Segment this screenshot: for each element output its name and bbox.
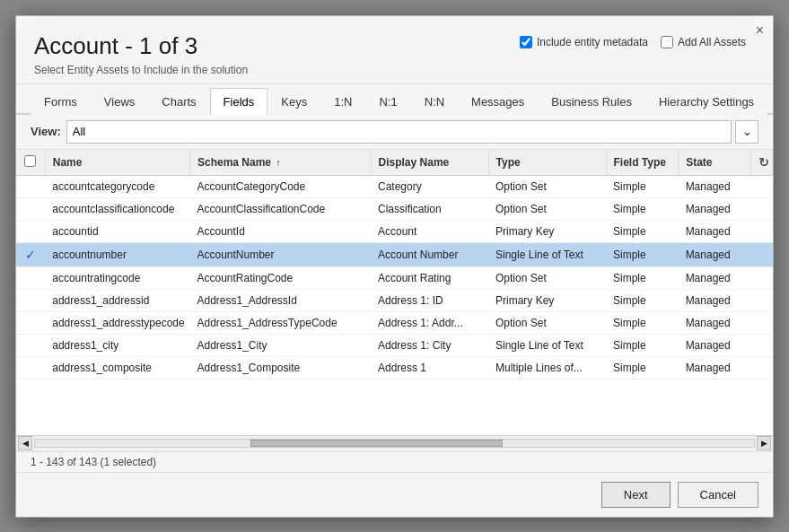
main-dialog: × Account - 1 of 3 Select Entity Assets … — [15, 15, 774, 518]
row-name: address1_addressid — [45, 289, 189, 311]
row-name: address1_city — [45, 334, 189, 356]
data-table-container: Name Schema Name ↑ Display Name Type Fie… — [16, 150, 773, 435]
col-check[interactable] — [16, 150, 45, 176]
status-bar: 1 - 143 of 143 (1 selected) — [16, 451, 773, 472]
row-checkbox-cell[interactable] — [16, 266, 45, 289]
row-type: Option Set — [488, 197, 606, 220]
add-all-assets-option[interactable]: Add All Assets — [661, 36, 746, 48]
row-display: Account — [371, 220, 488, 242]
row-action-cell — [750, 356, 772, 379]
tab-views[interactable]: Views — [91, 88, 148, 115]
view-dropdown-button[interactable]: ⌄ — [735, 120, 758, 144]
row-display: Classification — [371, 197, 488, 220]
include-metadata-option[interactable]: Include entity metadata — [520, 36, 648, 48]
sort-asc-icon: ↑ — [276, 157, 281, 168]
col-name: Name — [45, 150, 189, 176]
tab-bar: FormsViewsChartsFieldsKeys1:NN:1N:NMessa… — [16, 88, 773, 115]
next-button[interactable]: Next — [601, 482, 671, 508]
row-type: Single Line of Text — [488, 242, 606, 266]
scroll-thumb[interactable] — [250, 440, 502, 447]
row-checkbox-cell[interactable] — [16, 220, 45, 242]
include-metadata-checkbox[interactable] — [520, 36, 532, 48]
view-label: View: — [31, 125, 61, 138]
tab-hierarchy-settings[interactable]: Hierarchy Settings — [645, 88, 767, 115]
table-row[interactable]: accountratingcodeAccountRatingCodeAccoun… — [16, 266, 773, 289]
row-field-type: Simple — [606, 356, 679, 379]
row-checkbox-cell[interactable] — [16, 334, 45, 356]
row-state: Managed — [679, 266, 751, 289]
row-type: Option Set — [488, 311, 606, 334]
scroll-right-button[interactable]: ▶ — [757, 436, 771, 450]
row-action-cell — [750, 311, 772, 334]
row-name: accountnumber — [45, 242, 189, 266]
tab-business-rules[interactable]: Business Rules — [538, 88, 645, 115]
table-row[interactable]: address1_addresstypecodeAddress1_Address… — [16, 311, 773, 334]
table-row[interactable]: accountidAccountIdAccountPrimary KeySimp… — [16, 220, 773, 242]
scroll-track[interactable] — [34, 439, 755, 448]
scroll-left-button[interactable]: ◀ — [18, 436, 32, 450]
row-name: accountclassificationcode — [45, 197, 189, 220]
row-schema: AccountId — [189, 220, 371, 242]
tab-forms[interactable]: Forms — [31, 88, 91, 115]
row-type: Multiple Lines of... — [488, 356, 606, 379]
col-state: State — [679, 150, 751, 176]
add-all-assets-label: Add All Assets — [678, 36, 746, 48]
col-refresh[interactable]: ↻ — [750, 150, 772, 176]
row-checkbox-cell[interactable] — [16, 289, 45, 311]
row-name: accountratingcode — [45, 266, 189, 289]
row-schema: Address1_AddressTypeCode — [189, 311, 371, 334]
chevron-down-icon: ⌄ — [742, 125, 752, 138]
tab-1n[interactable]: 1:N — [320, 88, 365, 115]
table-row[interactable]: address1_cityAddress1_CityAddress 1: Cit… — [16, 334, 773, 356]
col-field-type: Field Type — [606, 150, 679, 176]
row-state: Managed — [679, 175, 751, 197]
tab-fields[interactable]: Fields — [210, 88, 268, 115]
row-field-type: Simple — [606, 311, 679, 334]
row-display: Address 1: City — [371, 334, 488, 356]
table-header-row: Name Schema Name ↑ Display Name Type Fie… — [16, 150, 773, 176]
row-field-type: Simple — [606, 220, 679, 242]
row-type: Option Set — [488, 266, 606, 289]
table-row[interactable]: accountclassificationcodeAccountClassifi… — [16, 197, 773, 220]
tab-messages[interactable]: Messages — [458, 88, 538, 115]
cancel-button[interactable]: Cancel — [678, 482, 758, 508]
col-schema[interactable]: Schema Name ↑ — [189, 150, 371, 176]
row-state: Managed — [679, 289, 751, 311]
row-field-type: Simple — [606, 266, 679, 289]
tab-charts[interactable]: Charts — [148, 88, 209, 115]
row-checkbox-cell[interactable] — [16, 175, 45, 197]
row-state: Managed — [679, 242, 751, 266]
row-checkbox-cell[interactable] — [16, 197, 45, 220]
row-action-cell — [750, 220, 772, 242]
table-row[interactable]: ✓accountnumberAccountNumberAccount Numbe… — [16, 242, 773, 266]
row-checkbox-cell[interactable]: ✓ — [16, 242, 45, 266]
tab-n1[interactable]: N:1 — [365, 88, 410, 115]
row-type: Option Set — [488, 175, 606, 197]
table-row[interactable]: address1_addressidAddress1_AddressIdAddr… — [16, 289, 773, 311]
row-schema: Address1_AddressId — [189, 289, 371, 311]
row-display: Account Rating — [371, 266, 488, 289]
refresh-icon[interactable]: ↻ — [758, 155, 769, 170]
horizontal-scrollbar[interactable]: ◀ ▶ — [16, 435, 773, 451]
row-schema: Address1_City — [189, 334, 371, 356]
row-display: Account Number — [371, 242, 488, 266]
tab-nn[interactable]: N:N — [411, 88, 458, 115]
tab-keys[interactable]: Keys — [267, 88, 320, 115]
select-all-checkbox[interactable] — [24, 155, 36, 167]
col-type: Type — [488, 150, 606, 176]
row-action-cell — [750, 266, 772, 289]
row-checkbox-cell[interactable] — [16, 356, 45, 379]
row-display: Category — [371, 175, 488, 197]
view-input[interactable] — [66, 120, 732, 144]
close-button[interactable]: × — [756, 23, 764, 38]
table-row[interactable]: accountcategorycodeAccountCategoryCodeCa… — [16, 175, 773, 197]
row-field-type: Simple — [606, 289, 679, 311]
row-state: Managed — [679, 311, 751, 334]
fields-table: Name Schema Name ↑ Display Name Type Fie… — [16, 150, 773, 379]
add-all-assets-checkbox[interactable] — [661, 36, 673, 48]
row-schema: AccountClassificationCode — [189, 197, 371, 220]
row-field-type: Simple — [606, 334, 679, 356]
table-row[interactable]: address1_compositeAddress1_CompositeAddr… — [16, 356, 773, 379]
row-checkbox-cell[interactable] — [16, 311, 45, 334]
dialog-header: Account - 1 of 3 Select Entity Assets to… — [16, 16, 773, 84]
